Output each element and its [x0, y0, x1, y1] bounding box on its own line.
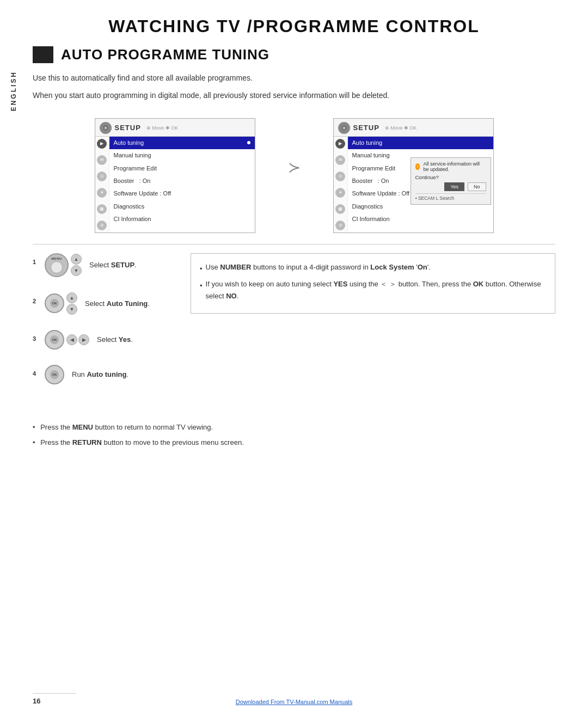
- menu-item-auto-tuning-1: Auto tuning: [109, 137, 255, 149]
- info-bullet-1: Use NUMBER buttons to input a 4-digit pa…: [206, 261, 431, 273]
- page-footer: 16 Downloaded From TV-Manual.com Manuals: [33, 693, 555, 705]
- section-heading: AUTO PROGRAMME TUNING: [33, 46, 555, 63]
- sidebar-english-label: ENGLISH: [10, 71, 17, 111]
- arrow-up-1: ▲: [71, 254, 82, 265]
- setup-hint-1: ⊕ Move ✱ OK: [146, 125, 179, 131]
- step-4-row: 4 OK Run Auto tuning.: [33, 365, 174, 384]
- svg-point-3: [343, 127, 345, 129]
- setup-icon-1: [100, 122, 112, 134]
- menu-item-auto-tuning-2: Auto tuning: [348, 137, 493, 149]
- dialog-question: Continue?: [415, 174, 486, 180]
- ok-button-3: OK: [45, 330, 64, 350]
- step-1-text: Select SETUP.: [89, 260, 137, 271]
- secam-icon: ▪: [415, 195, 417, 201]
- arrow-between-screens: ≻: [288, 158, 301, 176]
- dialog-warning-text: All service-information will be updated.: [423, 161, 486, 172]
- menu-icon-1: ▶: [97, 139, 107, 149]
- dialog-no-button[interactable]: No: [468, 182, 486, 191]
- menu-icon-3: ⊙: [97, 172, 107, 181]
- setup-title-2: SETUP: [353, 124, 379, 132]
- step-3-row: 3 OK ◀ ▶ Select Yes.: [33, 330, 174, 350]
- menu-icon-s2-5: ▦: [335, 204, 345, 214]
- setup-title-1: SETUP: [115, 124, 141, 132]
- menu-icon-4: ✦: [97, 188, 107, 198]
- step-1-number: 1: [33, 259, 39, 265]
- tv-screen-1: SETUP ⊕ Move ✱ OK ▶ ✉ ⊙ ✦ ▦ ⊘ Auto tunin…: [95, 118, 255, 233]
- ok-button-4: OK: [45, 365, 64, 384]
- step-4-number: 4: [33, 370, 39, 377]
- arrow-right-3: ▶: [78, 334, 89, 345]
- step-2-row: 2 OK ▲ ▼ Select Auto Tuning.: [33, 292, 174, 315]
- secam-label-text: SECAM L Search: [418, 195, 454, 201]
- ok-button-2: OK: [45, 293, 64, 313]
- step-1-row: 1 MENU ▲ ▼ Select SETUP.: [33, 253, 174, 277]
- dialog-yes-button[interactable]: Yes: [444, 182, 464, 191]
- menu-item-software-1: Software Update : Off: [109, 187, 255, 200]
- menu-item-booster-1: Booster : On: [109, 175, 255, 187]
- info-box: • Use NUMBER buttons to input a 4-digit …: [191, 253, 555, 314]
- bottom-note-1: Press the MENU button to return to norma…: [39, 421, 213, 433]
- arrow-down-1: ▼: [71, 265, 82, 276]
- info-bullet-2: If you wish to keep on auto tuning selec…: [206, 278, 546, 302]
- page-title: WATCHING TV /PROGRAMME CONTROL: [33, 16, 555, 36]
- dialog-box: ! All service-information will be update…: [411, 157, 491, 205]
- menu-icon-6: ⊘: [97, 221, 107, 230]
- bottom-notes: • Press the MENU button to return to nor…: [33, 416, 555, 449]
- menu-item-manual-tuning-1: Manual tuning: [109, 149, 255, 162]
- intro-line2: When you start auto programming in digit…: [33, 89, 555, 101]
- bottom-note-2: Press the RETURN button to move to the p…: [39, 437, 244, 449]
- footer-link[interactable]: Downloaded From TV-Manual.com Manuals: [236, 699, 352, 705]
- menu-item-prog-edit-1: Programme Edit: [109, 162, 255, 175]
- menu-icon-s2-4: ✦: [335, 188, 345, 198]
- menu-icon-s2-3: ⊙: [335, 172, 345, 181]
- menu-item-ci-1: CI Information: [109, 213, 255, 225]
- bullet-dot-1: •: [200, 263, 203, 275]
- bullet-dot-3: •: [33, 421, 35, 433]
- bullet-dot-4: •: [33, 437, 35, 449]
- arrow-left-3: ◀: [66, 334, 77, 345]
- bullet-dot-2: •: [200, 280, 203, 292]
- divider: [33, 244, 555, 244]
- menu-icon-s2-6: ⊘: [335, 221, 345, 230]
- arrow-up-2: ▲: [66, 292, 77, 303]
- arrow-down-2: ▼: [66, 304, 77, 315]
- step-3-text: Select Yes.: [97, 334, 133, 345]
- menu-item-ci-2: CI Information: [348, 213, 493, 225]
- setup-hint-2: ⊕ Move ✱ OK: [385, 125, 417, 131]
- warning-icon: !: [415, 163, 420, 170]
- step-4-text: Run Auto tuning.: [72, 369, 128, 380]
- svg-point-1: [105, 127, 107, 129]
- step-3-number: 3: [33, 335, 39, 342]
- step-2-text: Select Auto Tuning.: [85, 298, 150, 309]
- setup-icon-2: [338, 122, 350, 134]
- step-2-number: 2: [33, 298, 39, 304]
- menu-icon-s2-2: ✉: [335, 155, 345, 165]
- menu-button: MENU: [45, 253, 69, 277]
- menu-icon-s2-1: ▶: [335, 139, 345, 149]
- intro-line1: Use this to automatically find and store…: [33, 72, 555, 84]
- menu-icon-5: ▦: [97, 204, 107, 214]
- tv-screen-2: SETUP ⊕ Move ✱ OK ▶ ✉ ⊙ ✦ ▦ ⊘ Auto tunin…: [333, 118, 494, 233]
- menu-icon-2: ✉: [97, 155, 107, 165]
- page-number: 16: [33, 697, 40, 705]
- menu-item-diagnostics-1: Diagnostics: [109, 200, 255, 213]
